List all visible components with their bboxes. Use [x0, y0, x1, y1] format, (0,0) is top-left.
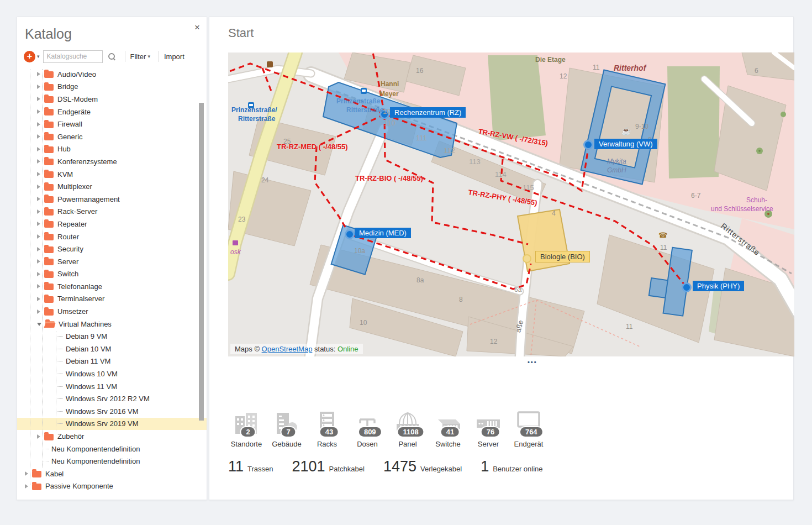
tree-item[interactable]: Virtual Machines	[17, 318, 207, 330]
tree-item[interactable]: Neu Komponentendefinition	[17, 443, 207, 455]
trasse-label-rz-bio[interactable]: TR-RZ-BIO ( -/48/55)	[355, 174, 423, 182]
tree-item[interactable]: Endgeräte	[17, 106, 207, 118]
expander-icon[interactable]	[37, 272, 40, 276]
filter-button[interactable]: Filter	[130, 53, 146, 61]
tree-item[interactable]: Debian 11 VM	[17, 355, 207, 368]
tree-item[interactable]: Zubehör	[17, 430, 207, 443]
site-chip-physik[interactable]: Physik (PHY)	[693, 281, 744, 291]
close-icon[interactable]: ×	[194, 23, 200, 32]
tree-item-label: Security	[57, 245, 83, 253]
expander-icon[interactable]	[37, 284, 40, 288]
total-label: Benutzer online	[493, 465, 542, 473]
stat-endgeraet[interactable]: 764 Endgerät	[510, 411, 547, 448]
tree-item[interactable]: Audio/Video	[17, 68, 207, 81]
expander-icon[interactable]	[37, 209, 40, 214]
tree-item[interactable]: Windows 11 VM	[17, 380, 207, 393]
tree-item[interactable]: Umsetzer	[17, 305, 207, 318]
expander-icon[interactable]	[37, 247, 40, 251]
expander-icon[interactable]	[37, 222, 40, 226]
tree-item-label: Hub	[57, 145, 71, 153]
tree-item[interactable]: Powermanagement	[17, 193, 207, 206]
tree-guide-line	[56, 331, 56, 431]
expander-icon[interactable]	[37, 109, 40, 114]
expander-icon[interactable]	[37, 97, 40, 101]
expander-icon[interactable]	[37, 234, 40, 239]
scrollbar-thumb[interactable]	[199, 103, 204, 421]
tree-item[interactable]: DSL-Modem	[17, 93, 207, 106]
tree-item[interactable]: Konferenzsysteme	[17, 155, 207, 168]
tree-item[interactable]: Generic	[17, 130, 207, 143]
tree-item[interactable]: Switch	[17, 268, 207, 281]
expander-icon[interactable]	[37, 434, 40, 439]
marker-medizin[interactable]	[346, 230, 354, 239]
marker-rechenzentrum[interactable]	[381, 111, 389, 119]
tree-item[interactable]: Firewall	[17, 118, 207, 130]
tree-item[interactable]: Multiplexer	[17, 180, 207, 193]
map-resize-handle[interactable]: •••	[528, 359, 537, 365]
expander-icon[interactable]	[37, 85, 40, 89]
expander-icon[interactable]	[37, 122, 40, 127]
marker-verwaltung[interactable]	[584, 141, 593, 149]
tree-item[interactable]: Bridge	[17, 81, 207, 93]
stat-label: Standorte	[228, 440, 265, 448]
tree-item[interactable]: Rack-Server	[17, 206, 207, 218]
expander-icon[interactable]	[37, 309, 40, 314]
add-caret-icon[interactable]: ▾	[37, 54, 40, 59]
folder-icon	[44, 146, 54, 153]
tree-item[interactable]: Repeater	[17, 218, 207, 230]
tree-item-label: Debian 10 VM	[66, 345, 111, 353]
tree-item[interactable]: Terminalserver	[17, 293, 207, 306]
tree-item[interactable]: Security	[17, 243, 207, 255]
expander-icon[interactable]	[37, 134, 40, 139]
tree-item[interactable]: Windows Srv 2012 R2 VM	[17, 392, 207, 405]
site-chip-rechenzentrum[interactable]: Rechenzentrum (RZ)	[390, 107, 466, 118]
stat-panel[interactable]: 1108 Panel	[389, 411, 426, 448]
expander-icon[interactable]	[37, 147, 40, 151]
expander-icon[interactable]	[25, 471, 28, 476]
tree-item[interactable]: Hub	[17, 143, 207, 156]
expander-icon[interactable]	[25, 484, 28, 489]
tree-item[interactable]: Passive Komponente	[17, 480, 207, 493]
marker-physik[interactable]	[683, 284, 691, 292]
stat-switche[interactable]: 41 Switche	[430, 411, 466, 448]
tree-item-label: Bridge	[57, 82, 78, 91]
tree-item[interactable]: Router	[17, 230, 207, 243]
site-chip-biologie[interactable]: Biologie (BIO)	[535, 251, 590, 262]
expander-icon[interactable]	[37, 159, 40, 164]
import-button[interactable]: Import	[164, 53, 184, 61]
marker-biologie[interactable]	[523, 255, 531, 262]
filter-caret-icon[interactable]: ▾	[147, 54, 150, 59]
expander-icon[interactable]	[37, 172, 40, 176]
search-icon[interactable]	[108, 53, 115, 60]
expander-icon[interactable]	[37, 72, 40, 76]
folder-icon	[44, 109, 54, 116]
expander-icon[interactable]	[37, 297, 40, 301]
trasse-label-rz-med[interactable]: TR-RZ-MED ( -/48/55)	[277, 143, 348, 151]
expander-icon[interactable]	[37, 323, 41, 326]
tree-item[interactable]: Windows 10 VM	[17, 368, 207, 380]
stat-dosen[interactable]: 809 Dosen	[349, 411, 386, 448]
expander-icon[interactable]	[37, 185, 40, 189]
site-chip-medizin[interactable]: Medizin (MED)	[355, 228, 411, 238]
page-title: Start	[209, 17, 793, 40]
stat-server[interactable]: 76 Server	[470, 411, 507, 448]
expander-icon[interactable]	[37, 197, 40, 201]
tree-item[interactable]: Windows Srv 2019 VM	[17, 418, 207, 431]
stat-racks[interactable]: 43 Racks	[309, 411, 345, 448]
tree-item[interactable]: Neu Komponentendefinition	[17, 455, 207, 468]
tree-item[interactable]: Server	[17, 255, 207, 268]
map-canvas[interactable]: Prinzenstraße/ Ritterstraße Prinzenstraß…	[228, 53, 794, 356]
tree-item[interactable]: Debian 10 VM	[17, 343, 207, 355]
tree-item[interactable]: KVM	[17, 168, 207, 181]
stat-gebaeude[interactable]: 7 Gebäude	[268, 411, 305, 448]
site-chip-verwaltung[interactable]: Verwaltung (VW)	[594, 139, 657, 149]
openstreetmap-link[interactable]: OpenStreetMap	[262, 345, 313, 353]
tree-item[interactable]: Kabel	[17, 468, 207, 480]
tree-item[interactable]: Debian 9 VM	[17, 330, 207, 343]
tree-item[interactable]: Telefonanlage	[17, 280, 207, 293]
stat-standorte[interactable]: 2 Standorte	[228, 411, 265, 448]
expander-icon[interactable]	[37, 259, 40, 264]
add-button[interactable]: +	[24, 51, 35, 62]
tree-item[interactable]: Windows Srv 2016 VM	[17, 405, 207, 418]
search-input[interactable]	[43, 50, 103, 63]
